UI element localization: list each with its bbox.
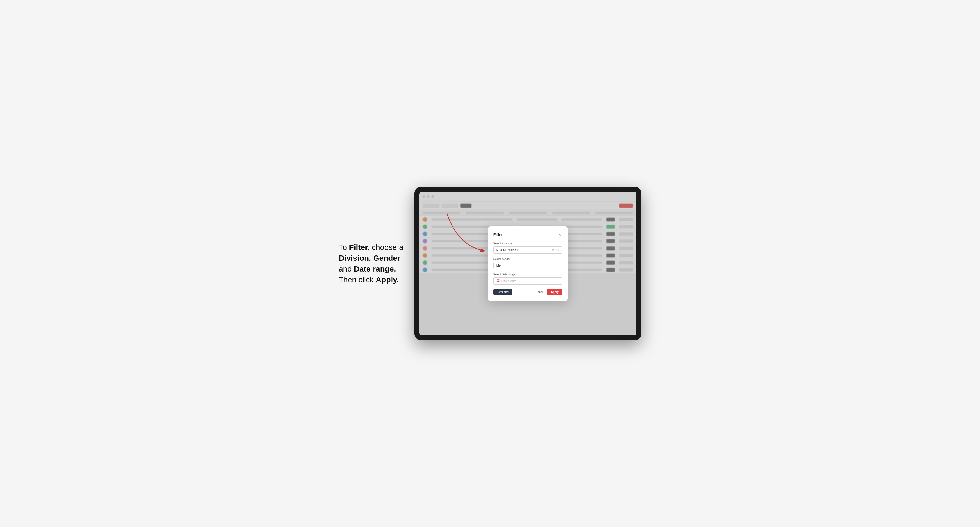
- division-select-actions: × ⌃⌄: [552, 248, 559, 252]
- gender-field: Select gender Men × ⌃⌄: [493, 257, 563, 269]
- division-select[interactable]: NCAA Division I × ⌃⌄: [493, 246, 563, 254]
- gender-chevron-icon: ⌃⌄: [555, 264, 560, 267]
- apply-button[interactable]: Apply: [547, 289, 563, 295]
- gender-select[interactable]: Men × ⌃⌄: [493, 262, 563, 269]
- gender-clear-icon[interactable]: ×: [552, 264, 554, 267]
- date-range-field: Select Date range 📅 Pick a date: [493, 273, 563, 284]
- division-field: Select a division NCAA Division I × ⌃⌄: [493, 242, 563, 254]
- division-label: Select a division: [493, 242, 563, 245]
- gender-label: Select gender: [493, 257, 563, 260]
- modal-close-button[interactable]: ×: [557, 232, 563, 238]
- date-range-input[interactable]: 📅 Pick a date: [493, 277, 563, 284]
- modal-header: Filter ×: [493, 232, 563, 238]
- gender-select-actions: × ⌃⌄: [552, 264, 559, 267]
- gender-value: Men: [496, 264, 552, 267]
- division-chevron-icon: ⌃⌄: [555, 249, 560, 251]
- apply-bold: Apply.: [376, 275, 399, 284]
- division-value: NCAA Division I: [496, 248, 552, 252]
- date-range-label: Select Date range: [493, 273, 563, 276]
- tablet-device: Filter × Select a division NCAA Division…: [414, 187, 641, 340]
- modal-footer-right: Cancel Apply: [536, 289, 563, 295]
- modal-overlay: Filter × Select a division NCAA Division…: [420, 192, 636, 335]
- division-clear-icon[interactable]: ×: [552, 248, 554, 252]
- clear-filter-button[interactable]: Clear filter: [493, 289, 513, 295]
- modal-title: Filter: [493, 233, 503, 237]
- filter-modal: Filter × Select a division NCAA Division…: [488, 227, 568, 301]
- calendar-icon: 📅: [496, 279, 500, 282]
- modal-footer: Clear filter Cancel Apply: [493, 289, 563, 295]
- instruction-text: To Filter, choose a Division, Gender and…: [339, 242, 403, 285]
- filter-bold: Filter,: [349, 243, 370, 252]
- tablet-screen: Filter × Select a division NCAA Division…: [420, 192, 636, 335]
- cancel-button[interactable]: Cancel: [536, 290, 544, 294]
- date-placeholder: Pick a date: [501, 279, 516, 283]
- date-range-bold: Date range.: [354, 265, 396, 273]
- division-gender-bold: Division, Gender: [339, 254, 400, 262]
